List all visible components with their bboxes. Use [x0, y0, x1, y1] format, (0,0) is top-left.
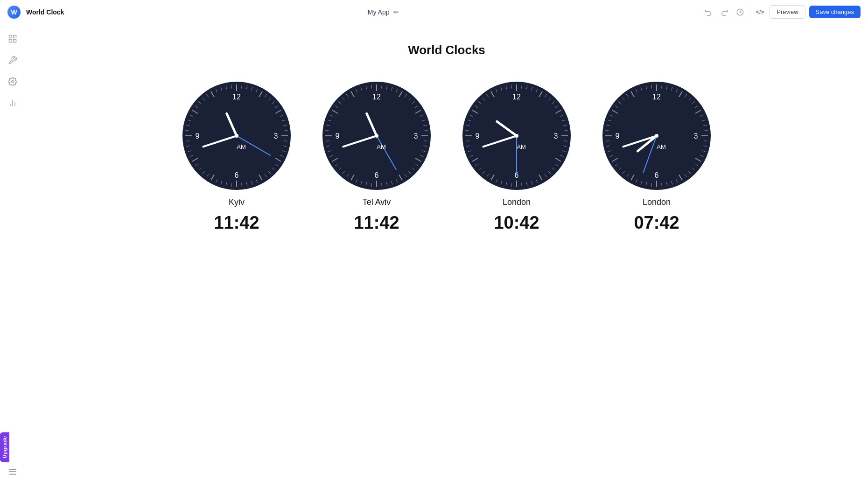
- clocks-row: 12369AMKyiv11:4212369AMTel Aviv11:421236…: [181, 80, 713, 233]
- topbar: W World Clock My App ✏ </> Preview Save …: [0, 0, 868, 24]
- sidebar-bottom-icon[interactable]: [4, 463, 21, 481]
- clock-city: London: [643, 197, 671, 207]
- sidebar-item-analytics[interactable]: [4, 94, 21, 112]
- svg-text:9: 9: [476, 132, 480, 140]
- code-button[interactable]: </>: [754, 7, 766, 17]
- svg-text:12: 12: [652, 93, 661, 101]
- svg-rect-4: [13, 40, 16, 42]
- clock-face: 12369AM: [181, 80, 293, 192]
- svg-text:6: 6: [375, 171, 379, 179]
- save-changes-button[interactable]: Save changes: [809, 6, 861, 18]
- svg-point-5: [11, 81, 14, 83]
- clock-face: 12369AM: [321, 80, 433, 192]
- svg-point-221: [515, 134, 518, 138]
- svg-point-151: [375, 134, 378, 138]
- svg-point-291: [655, 134, 658, 138]
- svg-text:6: 6: [655, 171, 659, 179]
- topbar-center: My App ✏: [70, 8, 697, 16]
- sidebar-item-grid[interactable]: [4, 30, 21, 48]
- clock-city: Tel Aviv: [363, 197, 391, 207]
- clock-city: London: [503, 197, 531, 207]
- svg-text:3: 3: [554, 132, 558, 140]
- clock-face: 12369AM: [461, 80, 573, 192]
- svg-text:12: 12: [232, 93, 241, 101]
- main-content: World Clocks 12369AMKyiv11:4212369AMTel …: [25, 24, 868, 490]
- preview-button[interactable]: Preview: [770, 5, 805, 19]
- history-button[interactable]: [734, 6, 746, 18]
- svg-text:12: 12: [372, 93, 381, 101]
- svg-rect-1: [9, 35, 12, 38]
- svg-text:9: 9: [336, 132, 340, 140]
- clock-time: 11:42: [214, 213, 259, 233]
- layout: Upgrade World Clocks 12369AMKyiv11:42123…: [0, 24, 868, 490]
- svg-rect-2: [13, 35, 16, 38]
- svg-text:9: 9: [616, 132, 620, 140]
- clock-item: 12369AMTel Aviv11:42: [321, 80, 433, 233]
- app-name-label: My App: [368, 8, 390, 16]
- topbar-right: </> Preview Save changes: [702, 5, 861, 19]
- divider: [750, 7, 750, 17]
- clock-time: 11:42: [354, 213, 399, 233]
- svg-rect-3: [9, 40, 12, 42]
- app-title: World Clock: [26, 8, 64, 16]
- sidebar-item-settings[interactable]: [4, 73, 21, 91]
- clock-item: 12369AMKyiv11:42: [181, 80, 293, 233]
- svg-text:12: 12: [512, 93, 521, 101]
- clock-face: 12369AM: [601, 80, 713, 192]
- clock-time: 07:42: [634, 213, 679, 233]
- clock-item: 12369AMLondon07:42: [601, 80, 713, 233]
- sidebar: Upgrade: [0, 24, 25, 490]
- sidebar-bottom: [4, 463, 21, 484]
- svg-text:3: 3: [694, 132, 698, 140]
- svg-text:6: 6: [235, 171, 239, 179]
- edit-icon[interactable]: ✏: [393, 8, 399, 16]
- page-title: World Clocks: [408, 43, 485, 57]
- svg-text:AM: AM: [517, 143, 526, 150]
- clock-city: Kyiv: [229, 197, 245, 207]
- sidebar-item-tools[interactable]: [4, 51, 21, 69]
- app-logo: W: [7, 6, 21, 19]
- clock-time: 10:42: [494, 213, 539, 233]
- svg-point-81: [235, 134, 238, 138]
- svg-text:3: 3: [414, 132, 418, 140]
- svg-text:AM: AM: [237, 143, 246, 150]
- svg-text:AM: AM: [657, 143, 666, 150]
- clock-item: 12369AMLondon10:42: [461, 80, 573, 233]
- svg-text:9: 9: [196, 132, 200, 140]
- undo-button[interactable]: [702, 6, 714, 18]
- svg-text:AM: AM: [377, 143, 386, 150]
- svg-text:3: 3: [274, 132, 278, 140]
- redo-button[interactable]: [718, 6, 730, 18]
- upgrade-button[interactable]: Upgrade: [0, 432, 9, 462]
